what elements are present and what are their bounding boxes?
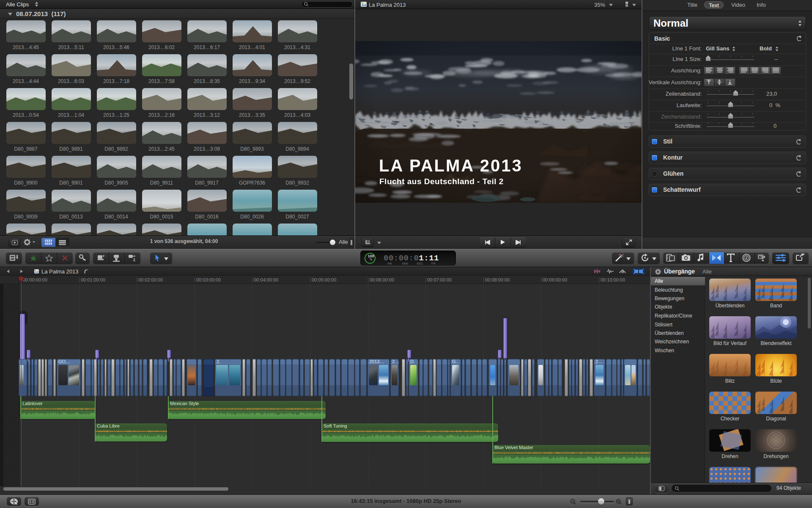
- svg-text:S: S: [621, 269, 624, 274]
- svg-text:2: 2: [745, 256, 747, 260]
